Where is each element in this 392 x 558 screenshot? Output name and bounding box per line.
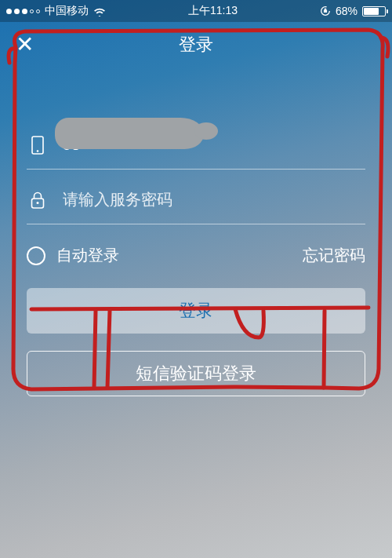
login-screen: 中国移动 上午11:13 68% ✕ 登录 <box>0 0 392 558</box>
radio-icon <box>27 246 45 265</box>
orientation-lock-icon <box>320 5 331 16</box>
page-title: 登录 <box>179 33 213 57</box>
wifi-icon <box>93 6 106 16</box>
clock: 上午11:13 <box>188 4 238 18</box>
signal-dots <box>6 9 40 14</box>
password-field-row <box>27 176 365 224</box>
password-input[interactable] <box>63 191 365 209</box>
battery-icon <box>362 6 386 16</box>
auto-login-toggle[interactable]: 自动登录 <box>27 245 119 266</box>
auto-login-label: 自动登录 <box>56 245 119 266</box>
forgot-password-link[interactable]: 忘记密码 <box>303 245 365 266</box>
svg-point-2 <box>37 150 39 152</box>
options-row: 自动登录 忘记密码 <box>27 245 365 266</box>
login-form: 自动登录 忘记密码 登录 短信验证码登录 <box>0 67 392 396</box>
carrier-label: 中国移动 <box>45 4 89 18</box>
battery-percent: 68% <box>336 5 358 17</box>
redaction-smudge <box>55 118 204 149</box>
phone-icon <box>27 134 49 156</box>
lock-icon <box>27 189 49 211</box>
status-left: 中国移动 <box>6 4 106 18</box>
status-bar: 中国移动 上午11:13 68% <box>0 0 392 22</box>
status-right: 68% <box>320 5 386 17</box>
login-button[interactable]: 登录 <box>27 288 365 334</box>
sms-login-button[interactable]: 短信验证码登录 <box>27 351 365 396</box>
svg-point-4 <box>37 202 39 204</box>
close-icon[interactable]: ✕ <box>16 34 34 56</box>
nav-bar: ✕ 登录 <box>0 22 392 67</box>
